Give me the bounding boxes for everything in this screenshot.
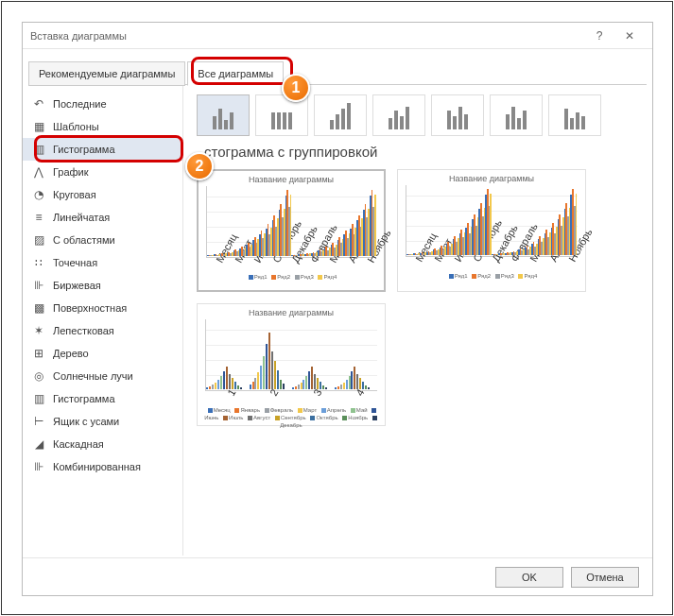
chart-type-icon: ▩ [32,301,45,315]
chart-type-sidebar: ↶Последние▦Шаблоны▥Гистограмма⋀График◔Кр… [23,85,183,556]
chart-type-icon: ⊢ [32,415,45,428]
chart-subtype-row [197,94,639,136]
help-button[interactable]: ? [584,29,614,43]
sidebar-item-label: Гистограмма [53,144,115,155]
main-panel: стограмма с группировкой Название диагра… [183,85,652,556]
sidebar-item-10[interactable]: ✶Лепестковая [23,319,182,342]
preview-title: Название диаграммы [402,174,581,183]
chart-subtype-4[interactable] [431,94,484,136]
sidebar-item-label: Солнечные лучи [53,370,133,382]
sidebar-item-label: График [53,166,89,178]
chart-preview-3[interactable]: Название диаграммы 1234 Месяц Январь Фев… [197,303,386,426]
preview-title: Название диаграммы [201,308,381,317]
preview-xlabels: МесяцМартИюньСентябрьДекабрьФевральМайАв… [206,259,376,270]
chart-type-icon: ◢ [32,437,45,451]
sidebar-item-12[interactable]: ◎Солнечные лучи [23,365,182,387]
sidebar-item-14[interactable]: ⊢Ящик с усами [23,410,182,433]
window-title: Вставка диаграммы [30,30,584,42]
sidebar-item-label: Линейчатая [53,212,110,223]
chart-subtype-3[interactable] [372,94,425,136]
sidebar-item-6[interactable]: ▨С областями [23,229,182,251]
preview-legend: Ряд1 Ряд2 Ряд3 Ряд4 [202,273,380,281]
chart-subtype-2[interactable] [314,94,367,136]
preview-chart [205,319,377,391]
chart-type-icon: ▦ [32,120,45,133]
chart-preview-2[interactable]: Название диаграммы МесяцМартИюньСентябрь… [397,169,586,292]
sidebar-item-1[interactable]: ▦Шаблоны [23,115,182,138]
sidebar-item-9[interactable]: ▩Поверхностная [23,297,182,319]
chart-type-icon: ↶ [32,97,45,111]
dialog-body: ↶Последние▦Шаблоны▥Гистограмма⋀График◔Кр… [23,85,652,556]
preview-legend: Ряд1 Ряд2 Ряд3 Ряд4 [402,272,581,280]
preview-title: Название диаграммы [202,175,380,184]
sidebar-item-3[interactable]: ⋀График [23,161,182,183]
sidebar-item-label: Лепестковая [53,325,114,336]
dialog-footer: OK Отмена [23,557,652,595]
sidebar-item-label: Последние [53,98,107,110]
chart-type-icon: ⊪ [32,279,45,292]
sidebar-item-label: Дерево [53,348,89,359]
tab-all-charts[interactable]: Все диаграммы [187,61,284,86]
sidebar-item-4[interactable]: ◔Круговая [23,183,182,206]
chart-subtype-heading: стограмма с группировкой [204,144,639,160]
sidebar-item-label: Биржевая [53,280,101,291]
chart-type-icon: ⋀ [32,165,45,179]
preview-xlabels: МесяцМартИюньСентябрьДекабрьФевральМайАв… [406,258,578,269]
chart-type-icon: ▥ [32,143,45,156]
sidebar-item-label: С областями [53,234,115,246]
annotation-badge-2: 2 [185,152,214,180]
chart-subtype-6[interactable] [548,94,601,136]
tab-strip: Рекомендуемые диаграммы Все диаграммы [23,59,652,85]
preview-xlabels: 1234 [205,392,377,403]
chart-preview-1[interactable]: Название диаграммы МесяцМартИюньСентябрь… [197,169,386,292]
sidebar-item-15[interactable]: ◢Каскадная [23,433,182,455]
sidebar-item-13[interactable]: ▥Гистограмма [23,387,182,410]
sidebar-item-label: Поверхностная [53,302,127,314]
sidebar-item-2[interactable]: ▥Гистограмма [23,138,182,161]
preview-legend: Месяц Январь Февраль Март Апрель Май Июн… [201,406,381,429]
chart-type-icon: ⊪ [32,460,45,473]
sidebar-item-0[interactable]: ↶Последние [23,93,182,115]
sidebar-item-label: Каскадная [53,438,104,450]
sidebar-item-8[interactable]: ⊪Биржевая [23,274,182,297]
ok-button[interactable]: OK [495,567,563,588]
tab-recommended[interactable]: Рекомендуемые диаграммы [28,61,185,86]
cancel-button[interactable]: Отмена [571,567,639,588]
chart-subtype-5[interactable] [490,94,543,136]
sidebar-item-16[interactable]: ⊪Комбинированная [23,455,182,478]
chart-subtype-0[interactable] [197,94,250,136]
chart-type-icon: ▨ [32,233,45,247]
chart-type-icon: ⊞ [32,347,45,360]
chart-type-icon: ◔ [32,188,45,201]
close-button[interactable]: ✕ [614,29,645,43]
sidebar-item-label: Гистограмма [53,393,115,404]
sidebar-item-label: Комбинированная [53,461,141,472]
titlebar: Вставка диаграммы ? ✕ [23,23,652,49]
annotation-badge-1: 1 [282,74,310,102]
chart-type-icon: ◎ [32,369,45,383]
chart-previews: Название диаграммы МесяцМартИюньСентябрь… [197,169,639,426]
sidebar-item-11[interactable]: ⊞Дерево [23,342,182,365]
screenshot-frame: Вставка диаграммы ? ✕ Рекомендуемые диаг… [1,1,673,615]
chart-type-icon: ≡ [32,211,45,224]
sidebar-item-label: Круговая [53,189,96,200]
chart-type-icon: ▥ [32,392,45,405]
insert-chart-dialog: Вставка диаграммы ? ✕ Рекомендуемые диаг… [22,22,653,596]
chart-type-icon: ∷ [32,256,45,269]
chart-type-icon: ✶ [32,324,45,337]
sidebar-item-7[interactable]: ∷Точечная [23,251,182,274]
sidebar-item-label: Шаблоны [53,121,99,132]
sidebar-item-5[interactable]: ≡Линейчатая [23,206,182,229]
sidebar-item-label: Ящик с усами [53,416,119,427]
sidebar-item-label: Точечная [53,257,97,268]
